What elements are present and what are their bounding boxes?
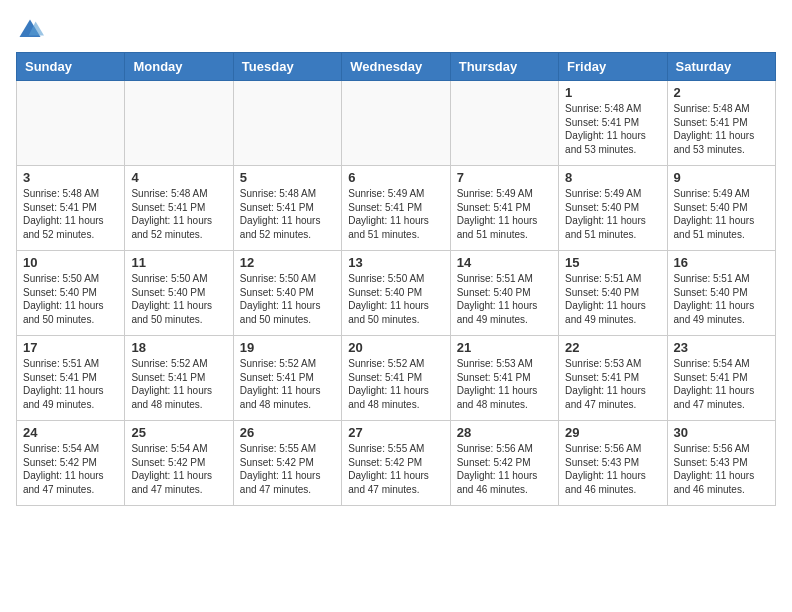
day-info: Sunrise: 5:53 AM Sunset: 5:41 PM Dayligh… — [457, 357, 552, 411]
calendar-cell: 5Sunrise: 5:48 AM Sunset: 5:41 PM Daylig… — [233, 166, 341, 251]
day-number: 12 — [240, 255, 335, 270]
calendar-cell: 20Sunrise: 5:52 AM Sunset: 5:41 PM Dayli… — [342, 336, 450, 421]
calendar-cell — [342, 81, 450, 166]
calendar-cell: 2Sunrise: 5:48 AM Sunset: 5:41 PM Daylig… — [667, 81, 775, 166]
calendar-cell: 19Sunrise: 5:52 AM Sunset: 5:41 PM Dayli… — [233, 336, 341, 421]
day-info: Sunrise: 5:50 AM Sunset: 5:40 PM Dayligh… — [240, 272, 335, 326]
day-info: Sunrise: 5:55 AM Sunset: 5:42 PM Dayligh… — [348, 442, 443, 496]
day-info: Sunrise: 5:49 AM Sunset: 5:40 PM Dayligh… — [674, 187, 769, 241]
day-number: 14 — [457, 255, 552, 270]
calendar-cell: 29Sunrise: 5:56 AM Sunset: 5:43 PM Dayli… — [559, 421, 667, 506]
day-header-saturday: Saturday — [667, 53, 775, 81]
day-number: 16 — [674, 255, 769, 270]
day-number: 30 — [674, 425, 769, 440]
day-number: 19 — [240, 340, 335, 355]
day-info: Sunrise: 5:50 AM Sunset: 5:40 PM Dayligh… — [131, 272, 226, 326]
day-number: 3 — [23, 170, 118, 185]
calendar-cell: 23Sunrise: 5:54 AM Sunset: 5:41 PM Dayli… — [667, 336, 775, 421]
calendar-header: SundayMondayTuesdayWednesdayThursdayFrid… — [17, 53, 776, 81]
day-header-thursday: Thursday — [450, 53, 558, 81]
day-number: 28 — [457, 425, 552, 440]
calendar-cell: 3Sunrise: 5:48 AM Sunset: 5:41 PM Daylig… — [17, 166, 125, 251]
day-info: Sunrise: 5:48 AM Sunset: 5:41 PM Dayligh… — [131, 187, 226, 241]
calendar-cell: 12Sunrise: 5:50 AM Sunset: 5:40 PM Dayli… — [233, 251, 341, 336]
day-number: 25 — [131, 425, 226, 440]
day-number: 6 — [348, 170, 443, 185]
day-info: Sunrise: 5:51 AM Sunset: 5:40 PM Dayligh… — [457, 272, 552, 326]
calendar-cell: 28Sunrise: 5:56 AM Sunset: 5:42 PM Dayli… — [450, 421, 558, 506]
day-header-sunday: Sunday — [17, 53, 125, 81]
logo-icon — [16, 16, 44, 44]
day-info: Sunrise: 5:54 AM Sunset: 5:42 PM Dayligh… — [131, 442, 226, 496]
day-number: 29 — [565, 425, 660, 440]
day-info: Sunrise: 5:53 AM Sunset: 5:41 PM Dayligh… — [565, 357, 660, 411]
day-header-wednesday: Wednesday — [342, 53, 450, 81]
day-number: 23 — [674, 340, 769, 355]
calendar-cell: 24Sunrise: 5:54 AM Sunset: 5:42 PM Dayli… — [17, 421, 125, 506]
day-number: 1 — [565, 85, 660, 100]
calendar-cell: 17Sunrise: 5:51 AM Sunset: 5:41 PM Dayli… — [17, 336, 125, 421]
calendar-cell: 8Sunrise: 5:49 AM Sunset: 5:40 PM Daylig… — [559, 166, 667, 251]
day-info: Sunrise: 5:51 AM Sunset: 5:41 PM Dayligh… — [23, 357, 118, 411]
calendar-week-3: 10Sunrise: 5:50 AM Sunset: 5:40 PM Dayli… — [17, 251, 776, 336]
day-info: Sunrise: 5:54 AM Sunset: 5:42 PM Dayligh… — [23, 442, 118, 496]
day-info: Sunrise: 5:52 AM Sunset: 5:41 PM Dayligh… — [240, 357, 335, 411]
calendar-cell: 4Sunrise: 5:48 AM Sunset: 5:41 PM Daylig… — [125, 166, 233, 251]
day-number: 13 — [348, 255, 443, 270]
calendar-cell — [233, 81, 341, 166]
calendar-cell: 14Sunrise: 5:51 AM Sunset: 5:40 PM Dayli… — [450, 251, 558, 336]
day-number: 4 — [131, 170, 226, 185]
calendar-cell: 18Sunrise: 5:52 AM Sunset: 5:41 PM Dayli… — [125, 336, 233, 421]
day-info: Sunrise: 5:51 AM Sunset: 5:40 PM Dayligh… — [565, 272, 660, 326]
day-number: 24 — [23, 425, 118, 440]
calendar-cell: 30Sunrise: 5:56 AM Sunset: 5:43 PM Dayli… — [667, 421, 775, 506]
days-of-week-row: SundayMondayTuesdayWednesdayThursdayFrid… — [17, 53, 776, 81]
day-number: 9 — [674, 170, 769, 185]
calendar-cell: 1Sunrise: 5:48 AM Sunset: 5:41 PM Daylig… — [559, 81, 667, 166]
day-info: Sunrise: 5:49 AM Sunset: 5:41 PM Dayligh… — [457, 187, 552, 241]
day-info: Sunrise: 5:48 AM Sunset: 5:41 PM Dayligh… — [674, 102, 769, 156]
day-info: Sunrise: 5:56 AM Sunset: 5:43 PM Dayligh… — [565, 442, 660, 496]
calendar-cell: 13Sunrise: 5:50 AM Sunset: 5:40 PM Dayli… — [342, 251, 450, 336]
calendar-week-2: 3Sunrise: 5:48 AM Sunset: 5:41 PM Daylig… — [17, 166, 776, 251]
day-number: 5 — [240, 170, 335, 185]
logo — [16, 16, 48, 44]
day-number: 21 — [457, 340, 552, 355]
day-info: Sunrise: 5:52 AM Sunset: 5:41 PM Dayligh… — [131, 357, 226, 411]
calendar-cell: 16Sunrise: 5:51 AM Sunset: 5:40 PM Dayli… — [667, 251, 775, 336]
day-number: 27 — [348, 425, 443, 440]
day-number: 20 — [348, 340, 443, 355]
calendar-cell: 15Sunrise: 5:51 AM Sunset: 5:40 PM Dayli… — [559, 251, 667, 336]
calendar-cell: 10Sunrise: 5:50 AM Sunset: 5:40 PM Dayli… — [17, 251, 125, 336]
day-number: 18 — [131, 340, 226, 355]
day-info: Sunrise: 5:48 AM Sunset: 5:41 PM Dayligh… — [565, 102, 660, 156]
day-number: 17 — [23, 340, 118, 355]
calendar-cell: 7Sunrise: 5:49 AM Sunset: 5:41 PM Daylig… — [450, 166, 558, 251]
calendar-week-5: 24Sunrise: 5:54 AM Sunset: 5:42 PM Dayli… — [17, 421, 776, 506]
calendar-cell: 11Sunrise: 5:50 AM Sunset: 5:40 PM Dayli… — [125, 251, 233, 336]
calendar-cell: 6Sunrise: 5:49 AM Sunset: 5:41 PM Daylig… — [342, 166, 450, 251]
day-number: 26 — [240, 425, 335, 440]
day-number: 2 — [674, 85, 769, 100]
day-info: Sunrise: 5:52 AM Sunset: 5:41 PM Dayligh… — [348, 357, 443, 411]
day-info: Sunrise: 5:49 AM Sunset: 5:40 PM Dayligh… — [565, 187, 660, 241]
calendar-table: SundayMondayTuesdayWednesdayThursdayFrid… — [16, 52, 776, 506]
day-number: 15 — [565, 255, 660, 270]
day-info: Sunrise: 5:48 AM Sunset: 5:41 PM Dayligh… — [240, 187, 335, 241]
day-info: Sunrise: 5:54 AM Sunset: 5:41 PM Dayligh… — [674, 357, 769, 411]
calendar-body: 1Sunrise: 5:48 AM Sunset: 5:41 PM Daylig… — [17, 81, 776, 506]
day-number: 11 — [131, 255, 226, 270]
calendar-cell — [125, 81, 233, 166]
day-number: 10 — [23, 255, 118, 270]
day-header-friday: Friday — [559, 53, 667, 81]
calendar-cell: 22Sunrise: 5:53 AM Sunset: 5:41 PM Dayli… — [559, 336, 667, 421]
day-header-tuesday: Tuesday — [233, 53, 341, 81]
calendar-cell: 21Sunrise: 5:53 AM Sunset: 5:41 PM Dayli… — [450, 336, 558, 421]
day-info: Sunrise: 5:56 AM Sunset: 5:43 PM Dayligh… — [674, 442, 769, 496]
calendar-cell: 25Sunrise: 5:54 AM Sunset: 5:42 PM Dayli… — [125, 421, 233, 506]
calendar-week-1: 1Sunrise: 5:48 AM Sunset: 5:41 PM Daylig… — [17, 81, 776, 166]
day-info: Sunrise: 5:48 AM Sunset: 5:41 PM Dayligh… — [23, 187, 118, 241]
calendar-cell: 9Sunrise: 5:49 AM Sunset: 5:40 PM Daylig… — [667, 166, 775, 251]
day-number: 7 — [457, 170, 552, 185]
day-number: 8 — [565, 170, 660, 185]
